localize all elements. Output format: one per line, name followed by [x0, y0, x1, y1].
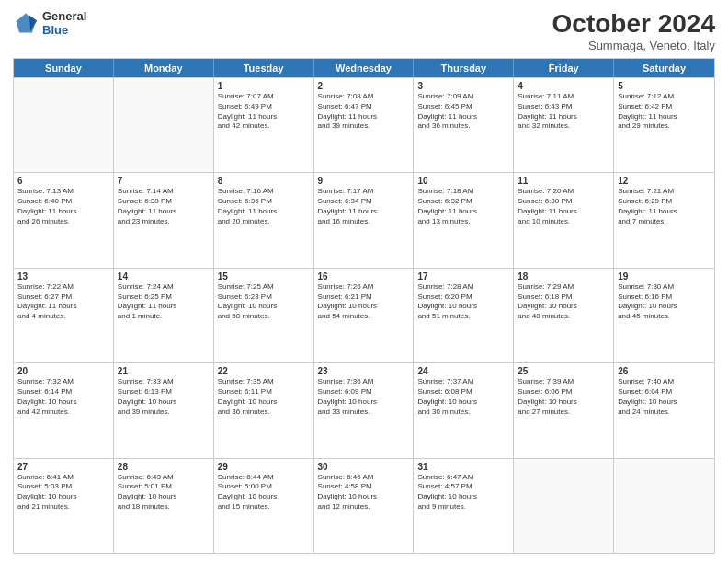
calendar-cell: 16Sunrise: 7:26 AM Sunset: 6:21 PM Dayli… [314, 269, 415, 362]
calendar-cell: 28Sunrise: 6:43 AM Sunset: 5:01 PM Dayli… [114, 459, 214, 553]
cell-info: Sunrise: 7:18 AM Sunset: 6:32 PM Dayligh… [417, 187, 509, 226]
calendar-row-3: 20Sunrise: 7:32 AM Sunset: 6:14 PM Dayli… [14, 362, 714, 457]
day-number: 15 [218, 271, 310, 282]
day-number: 1 [218, 81, 310, 91]
day-header-friday: Friday [514, 59, 614, 77]
calendar-row-4: 27Sunrise: 6:41 AM Sunset: 5:03 PM Dayli… [14, 458, 714, 553]
day-number: 28 [118, 462, 210, 472]
cell-info: Sunrise: 6:41 AM Sunset: 5:03 PM Dayligh… [17, 473, 109, 512]
subtitle: Summaga, Veneto, Italy [552, 39, 715, 52]
day-number: 8 [218, 176, 310, 186]
cell-info: Sunrise: 6:43 AM Sunset: 5:01 PM Dayligh… [118, 473, 210, 512]
day-number: 26 [618, 366, 711, 376]
day-number: 25 [518, 366, 609, 376]
day-number: 9 [318, 176, 410, 186]
page: General Blue October 2024 Summaga, Venet… [0, 0, 728, 563]
day-number: 13 [17, 271, 109, 282]
day-number: 29 [218, 462, 310, 472]
cell-info: Sunrise: 7:16 AM Sunset: 6:36 PM Dayligh… [218, 187, 310, 226]
day-number: 12 [618, 176, 711, 186]
day-number: 30 [318, 462, 410, 472]
day-number: 11 [518, 176, 609, 186]
calendar-cell: 31Sunrise: 6:47 AM Sunset: 4:57 PM Dayli… [414, 459, 514, 553]
logo-general: General [42, 9, 86, 23]
day-number: 2 [318, 81, 410, 91]
cell-info: Sunrise: 7:12 AM Sunset: 6:42 PM Dayligh… [618, 92, 711, 132]
calendar-cell: 13Sunrise: 7:22 AM Sunset: 6:27 PM Dayli… [14, 269, 114, 362]
calendar-cell: 24Sunrise: 7:37 AM Sunset: 6:08 PM Dayli… [414, 363, 514, 457]
day-number: 6 [17, 176, 109, 186]
day-header-sunday: Sunday [14, 59, 114, 77]
calendar-cell [14, 78, 114, 172]
cell-info: Sunrise: 7:17 AM Sunset: 6:34 PM Dayligh… [318, 187, 410, 226]
calendar-cell: 19Sunrise: 7:30 AM Sunset: 6:16 PM Dayli… [614, 269, 714, 362]
calendar-cell: 5Sunrise: 7:12 AM Sunset: 6:42 PM Daylig… [614, 78, 714, 172]
calendar-cell: 4Sunrise: 7:11 AM Sunset: 6:43 PM Daylig… [514, 78, 614, 172]
cell-info: Sunrise: 7:08 AM Sunset: 6:47 PM Dayligh… [318, 92, 410, 132]
day-header-saturday: Saturday [614, 59, 714, 77]
cell-info: Sunrise: 7:09 AM Sunset: 6:45 PM Dayligh… [417, 92, 509, 132]
cell-info: Sunrise: 7:21 AM Sunset: 6:29 PM Dayligh… [618, 187, 711, 226]
calendar-cell: 3Sunrise: 7:09 AM Sunset: 6:45 PM Daylig… [414, 78, 514, 172]
logo-text: General Blue [42, 9, 86, 37]
cell-info: Sunrise: 7:30 AM Sunset: 6:16 PM Dayligh… [618, 282, 711, 322]
day-number: 22 [218, 366, 310, 376]
calendar-cell: 10Sunrise: 7:18 AM Sunset: 6:32 PM Dayli… [414, 173, 514, 267]
day-number: 21 [118, 366, 210, 376]
calendar-cell: 17Sunrise: 7:28 AM Sunset: 6:20 PM Dayli… [414, 269, 514, 362]
calendar-cell: 26Sunrise: 7:40 AM Sunset: 6:04 PM Dayli… [614, 363, 714, 457]
day-number: 3 [417, 81, 509, 91]
cell-info: Sunrise: 7:37 AM Sunset: 6:08 PM Dayligh… [417, 377, 509, 417]
calendar-cell: 7Sunrise: 7:14 AM Sunset: 6:38 PM Daylig… [114, 173, 214, 267]
day-number: 14 [118, 271, 210, 282]
calendar-cell [114, 78, 214, 172]
header: General Blue October 2024 Summaga, Venet… [13, 9, 715, 52]
calendar-cell: 18Sunrise: 7:29 AM Sunset: 6:18 PM Dayli… [514, 269, 614, 362]
logo-blue: Blue [42, 23, 86, 37]
cell-info: Sunrise: 7:07 AM Sunset: 6:49 PM Dayligh… [218, 92, 310, 132]
cell-info: Sunrise: 7:28 AM Sunset: 6:20 PM Dayligh… [417, 282, 509, 322]
calendar: SundayMondayTuesdayWednesdayThursdayFrid… [13, 58, 715, 554]
calendar-cell: 1Sunrise: 7:07 AM Sunset: 6:49 PM Daylig… [214, 78, 314, 172]
calendar-cell: 29Sunrise: 6:44 AM Sunset: 5:00 PM Dayli… [214, 459, 314, 553]
calendar-cell [614, 459, 714, 553]
day-number: 23 [318, 366, 410, 376]
logo-icon [13, 10, 39, 36]
calendar-cell: 23Sunrise: 7:36 AM Sunset: 6:09 PM Dayli… [314, 363, 415, 457]
day-number: 10 [417, 176, 509, 186]
cell-info: Sunrise: 7:35 AM Sunset: 6:11 PM Dayligh… [218, 377, 310, 417]
day-number: 31 [417, 462, 509, 472]
cell-info: Sunrise: 7:24 AM Sunset: 6:25 PM Dayligh… [118, 282, 210, 322]
calendar-cell: 27Sunrise: 6:41 AM Sunset: 5:03 PM Dayli… [14, 459, 114, 553]
cell-info: Sunrise: 7:26 AM Sunset: 6:21 PM Dayligh… [318, 282, 410, 322]
calendar-cell: 25Sunrise: 7:39 AM Sunset: 6:06 PM Dayli… [514, 363, 614, 457]
cell-info: Sunrise: 7:40 AM Sunset: 6:04 PM Dayligh… [618, 377, 711, 417]
calendar-cell: 8Sunrise: 7:16 AM Sunset: 6:36 PM Daylig… [214, 173, 314, 267]
calendar-cell: 12Sunrise: 7:21 AM Sunset: 6:29 PM Dayli… [614, 173, 714, 267]
calendar-header: SundayMondayTuesdayWednesdayThursdayFrid… [14, 59, 714, 77]
cell-info: Sunrise: 7:32 AM Sunset: 6:14 PM Dayligh… [17, 377, 109, 417]
calendar-row-1: 6Sunrise: 7:13 AM Sunset: 6:40 PM Daylig… [14, 172, 714, 267]
day-number: 27 [17, 462, 109, 472]
calendar-cell: 9Sunrise: 7:17 AM Sunset: 6:34 PM Daylig… [314, 173, 415, 267]
day-header-monday: Monday [114, 59, 214, 77]
day-number: 4 [518, 81, 609, 91]
cell-info: Sunrise: 6:46 AM Sunset: 4:58 PM Dayligh… [318, 473, 410, 512]
cell-info: Sunrise: 7:13 AM Sunset: 6:40 PM Dayligh… [17, 187, 109, 226]
calendar-cell: 2Sunrise: 7:08 AM Sunset: 6:47 PM Daylig… [314, 78, 415, 172]
day-number: 5 [618, 81, 711, 91]
day-header-wednesday: Wednesday [314, 59, 415, 77]
cell-info: Sunrise: 7:22 AM Sunset: 6:27 PM Dayligh… [17, 282, 109, 322]
calendar-row-0: 1Sunrise: 7:07 AM Sunset: 6:49 PM Daylig… [14, 77, 714, 172]
calendar-cell: 30Sunrise: 6:46 AM Sunset: 4:58 PM Dayli… [314, 459, 415, 553]
cell-info: Sunrise: 7:39 AM Sunset: 6:06 PM Dayligh… [518, 377, 609, 417]
day-number: 19 [618, 271, 711, 282]
cell-info: Sunrise: 6:44 AM Sunset: 5:00 PM Dayligh… [218, 473, 310, 512]
calendar-body: 1Sunrise: 7:07 AM Sunset: 6:49 PM Daylig… [14, 77, 714, 553]
day-number: 7 [118, 176, 210, 186]
cell-info: Sunrise: 7:29 AM Sunset: 6:18 PM Dayligh… [518, 282, 609, 322]
calendar-cell: 6Sunrise: 7:13 AM Sunset: 6:40 PM Daylig… [14, 173, 114, 267]
day-number: 24 [417, 366, 509, 376]
calendar-row-2: 13Sunrise: 7:22 AM Sunset: 6:27 PM Dayli… [14, 268, 714, 362]
calendar-cell: 22Sunrise: 7:35 AM Sunset: 6:11 PM Dayli… [214, 363, 314, 457]
